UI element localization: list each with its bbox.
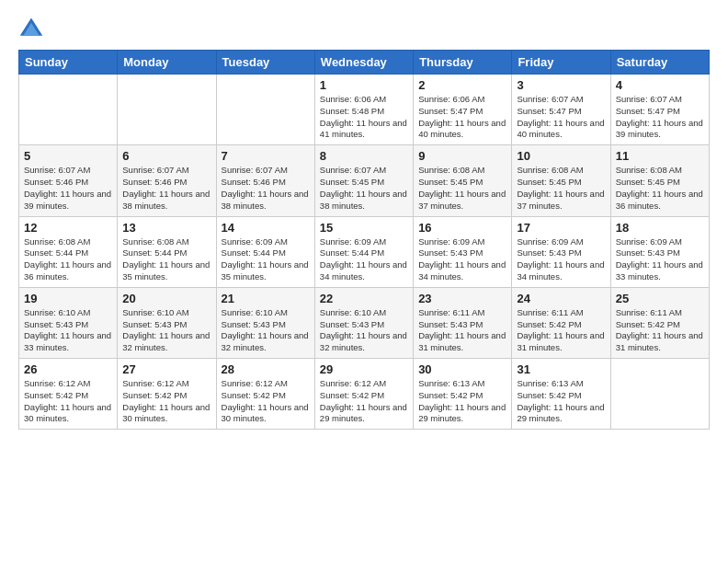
calendar-cell: 7Sunrise: 6:07 AMSunset: 5:46 PMDaylight… [216,145,314,216]
calendar-cell: 9Sunrise: 6:08 AMSunset: 5:45 PMDaylight… [414,145,512,216]
day-number: 18 [616,221,704,235]
day-number: 20 [122,292,210,305]
day-number: 16 [418,221,506,235]
day-number: 25 [616,292,704,305]
day-number: 27 [122,362,210,376]
calendar-cell: 24Sunrise: 6:11 AMSunset: 5:42 PMDayligh… [512,287,610,358]
calendar-week-row: 12Sunrise: 6:08 AMSunset: 5:44 PMDayligh… [19,216,710,287]
calendar-cell: 26Sunrise: 6:12 AMSunset: 5:42 PMDayligh… [19,359,118,430]
calendar-cell: 31Sunrise: 6:13 AMSunset: 5:42 PMDayligh… [512,359,610,430]
day-number: 9 [418,149,506,163]
weekday-header-wednesday: Wednesday [314,51,413,75]
calendar-cell: 3Sunrise: 6:07 AMSunset: 5:47 PMDaylight… [512,75,610,145]
day-info: Sunrise: 6:10 AMSunset: 5:43 PMDaylight:… [122,307,210,354]
day-info: Sunrise: 6:11 AMSunset: 5:42 PMDaylight:… [517,307,605,354]
day-info: Sunrise: 6:06 AMSunset: 5:47 PMDaylight:… [418,94,506,141]
day-info: Sunrise: 6:10 AMSunset: 5:43 PMDaylight:… [24,307,112,354]
calendar-cell: 13Sunrise: 6:08 AMSunset: 5:44 PMDayligh… [118,216,216,287]
day-number: 11 [616,149,704,163]
calendar-cell [610,359,709,430]
calendar-cell [216,75,314,145]
calendar-cell: 28Sunrise: 6:12 AMSunset: 5:42 PMDayligh… [216,359,314,430]
calendar-week-row: 26Sunrise: 6:12 AMSunset: 5:42 PMDayligh… [19,359,710,430]
day-info: Sunrise: 6:07 AMSunset: 5:47 PMDaylight:… [616,94,704,141]
day-number: 31 [517,362,605,376]
calendar-cell: 15Sunrise: 6:09 AMSunset: 5:44 PMDayligh… [314,216,413,287]
day-info: Sunrise: 6:07 AMSunset: 5:47 PMDaylight:… [517,94,605,141]
day-number: 23 [418,292,506,305]
calendar-cell: 14Sunrise: 6:09 AMSunset: 5:44 PMDayligh… [216,216,314,287]
calendar-cell: 6Sunrise: 6:07 AMSunset: 5:46 PMDaylight… [118,145,216,216]
calendar-cell: 22Sunrise: 6:10 AMSunset: 5:43 PMDayligh… [314,287,413,358]
page: SundayMondayTuesdayWednesdayThursdayFrid… [0,0,728,563]
calendar-table: SundayMondayTuesdayWednesdayThursdayFrid… [18,50,710,430]
calendar-cell: 30Sunrise: 6:13 AMSunset: 5:42 PMDayligh… [414,359,512,430]
day-number: 28 [222,362,310,376]
day-info: Sunrise: 6:10 AMSunset: 5:43 PMDaylight:… [320,307,408,354]
day-number: 17 [517,221,605,235]
day-info: Sunrise: 6:07 AMSunset: 5:46 PMDaylight:… [222,165,310,212]
weekday-header-friday: Friday [512,51,610,75]
calendar-cell: 11Sunrise: 6:08 AMSunset: 5:45 PMDayligh… [610,145,709,216]
day-info: Sunrise: 6:12 AMSunset: 5:42 PMDaylight:… [24,378,112,425]
day-info: Sunrise: 6:11 AMSunset: 5:42 PMDaylight:… [616,307,704,354]
day-info: Sunrise: 6:08 AMSunset: 5:45 PMDaylight:… [517,165,605,212]
weekday-header-saturday: Saturday [610,51,709,75]
calendar-week-row: 19Sunrise: 6:10 AMSunset: 5:43 PMDayligh… [19,287,710,358]
weekday-header-monday: Monday [118,51,216,75]
day-info: Sunrise: 6:09 AMSunset: 5:43 PMDaylight:… [517,236,605,283]
calendar-cell: 1Sunrise: 6:06 AMSunset: 5:48 PMDaylight… [314,75,413,145]
day-number: 21 [222,292,310,305]
weekday-header-tuesday: Tuesday [216,51,314,75]
day-info: Sunrise: 6:13 AMSunset: 5:42 PMDaylight:… [517,378,605,425]
day-info: Sunrise: 6:08 AMSunset: 5:45 PMDaylight:… [418,165,506,212]
weekday-header-sunday: Sunday [19,51,118,75]
day-number: 6 [122,149,210,163]
day-number: 14 [222,221,310,235]
day-info: Sunrise: 6:07 AMSunset: 5:46 PMDaylight:… [24,165,112,212]
calendar-cell: 18Sunrise: 6:09 AMSunset: 5:43 PMDayligh… [610,216,709,287]
day-number: 15 [320,221,408,235]
calendar-week-row: 1Sunrise: 6:06 AMSunset: 5:48 PMDaylight… [19,75,710,145]
calendar-cell: 4Sunrise: 6:07 AMSunset: 5:47 PMDaylight… [610,75,709,145]
logo-icon [18,15,44,40]
day-number: 12 [24,221,112,235]
day-number: 3 [517,78,605,92]
day-info: Sunrise: 6:09 AMSunset: 5:43 PMDaylight:… [616,236,704,283]
calendar-cell: 20Sunrise: 6:10 AMSunset: 5:43 PMDayligh… [118,287,216,358]
calendar-cell: 27Sunrise: 6:12 AMSunset: 5:42 PMDayligh… [118,359,216,430]
day-info: Sunrise: 6:09 AMSunset: 5:43 PMDaylight:… [418,236,506,283]
calendar-cell: 17Sunrise: 6:09 AMSunset: 5:43 PMDayligh… [512,216,610,287]
calendar-cell: 21Sunrise: 6:10 AMSunset: 5:43 PMDayligh… [216,287,314,358]
day-number: 4 [616,78,704,92]
day-number: 13 [122,221,210,235]
day-number: 19 [24,292,112,305]
day-info: Sunrise: 6:07 AMSunset: 5:46 PMDaylight:… [122,165,210,212]
calendar-cell: 2Sunrise: 6:06 AMSunset: 5:47 PMDaylight… [414,75,512,145]
day-number: 29 [320,362,408,376]
day-number: 8 [320,149,408,163]
calendar-cell: 23Sunrise: 6:11 AMSunset: 5:43 PMDayligh… [414,287,512,358]
day-number: 2 [418,78,506,92]
calendar-cell: 29Sunrise: 6:12 AMSunset: 5:42 PMDayligh… [314,359,413,430]
calendar-week-row: 5Sunrise: 6:07 AMSunset: 5:46 PMDaylight… [19,145,710,216]
weekday-header-thursday: Thursday [414,51,512,75]
day-number: 22 [320,292,408,305]
day-number: 1 [320,78,408,92]
header [18,15,710,40]
calendar-cell: 12Sunrise: 6:08 AMSunset: 5:44 PMDayligh… [19,216,118,287]
calendar-cell: 8Sunrise: 6:07 AMSunset: 5:45 PMDaylight… [314,145,413,216]
weekday-header-row: SundayMondayTuesdayWednesdayThursdayFrid… [19,51,710,75]
day-info: Sunrise: 6:10 AMSunset: 5:43 PMDaylight:… [222,307,310,354]
day-number: 30 [418,362,506,376]
calendar-cell: 5Sunrise: 6:07 AMSunset: 5:46 PMDaylight… [19,145,118,216]
day-number: 26 [24,362,112,376]
day-info: Sunrise: 6:06 AMSunset: 5:48 PMDaylight:… [320,94,408,141]
day-number: 24 [517,292,605,305]
calendar-cell [118,75,216,145]
day-number: 5 [24,149,112,163]
calendar-cell: 25Sunrise: 6:11 AMSunset: 5:42 PMDayligh… [610,287,709,358]
day-number: 7 [222,149,310,163]
calendar-cell: 10Sunrise: 6:08 AMSunset: 5:45 PMDayligh… [512,145,610,216]
day-info: Sunrise: 6:12 AMSunset: 5:42 PMDaylight:… [222,378,310,425]
